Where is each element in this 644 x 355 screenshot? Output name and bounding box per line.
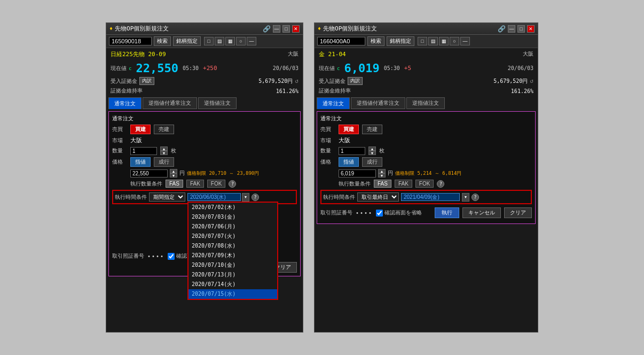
date-input-1[interactable] (187, 193, 241, 201)
date-input-2[interactable] (401, 193, 460, 201)
icon-btn-2c[interactable]: ▦ (439, 37, 449, 45)
price-range-2: 価格制限 5,214 ～ 6,814円 (395, 170, 461, 177)
help-icon-1[interactable]: ? (229, 180, 236, 188)
qty-up-2[interactable]: ▲ (368, 146, 376, 151)
naiyaku-btn-1[interactable]: 内訳 (139, 77, 154, 85)
price-input-1[interactable] (130, 169, 168, 178)
date-item-9[interactable]: 2020/07/15(水) (189, 289, 277, 299)
help-icon-time-2[interactable]: ? (472, 194, 479, 201)
date-item-3[interactable]: 2020/07/07(火) (189, 231, 277, 241)
date-item-2[interactable]: 2020/07/06(月) (189, 222, 277, 231)
qty-row-1: 数量 ▲ ▼ 枚 (112, 146, 297, 155)
restore-btn-1[interactable]: □ (282, 25, 290, 33)
qty-row-2: 数量 ▲ ▼ 枚 (320, 146, 532, 155)
confirm-skip-label-2[interactable]: 確認画面を省略 (376, 209, 422, 217)
tab1-1[interactable]: 通常注文 (108, 97, 142, 109)
exec-time-label-1: 執行時間条件 (115, 194, 147, 201)
code-input-1[interactable] (109, 37, 152, 45)
exec-btn-2[interactable]: 執行 (435, 207, 459, 218)
qty-input-2[interactable] (339, 147, 365, 155)
tab3-1[interactable]: 逆指値注文 (198, 97, 237, 109)
date-dropdown-container-1: ▼ 2020/07/02(木) 2020/07/03(金) 2020/07/06… (187, 193, 249, 202)
date-item-1[interactable]: 2020/07/03(金) (189, 212, 277, 222)
qty-down-2[interactable]: ▼ (368, 151, 376, 155)
search-btn-1[interactable]: 検索 (154, 36, 171, 46)
date-item-0[interactable]: 2020/07/02(木) (189, 203, 277, 212)
title-bar-1: ♦ 先物OP個別新規注文 🔗 — □ ✕ (106, 23, 303, 35)
tab2-1[interactable]: 逆指値付通常注文 (143, 97, 197, 109)
qty-up-1[interactable]: ▲ (160, 146, 168, 151)
help-icon-2[interactable]: ? (437, 180, 444, 188)
icon-btn-1c[interactable]: ▦ (225, 37, 235, 45)
clear-btn-2[interactable]: クリア (504, 207, 532, 218)
tab-bar-2: 通常注文 逆指値付通常注文 逆指値注文 (315, 96, 538, 109)
tab2-2[interactable]: 逆指値付通常注文 (351, 97, 405, 109)
code-input-2[interactable] (317, 37, 365, 45)
market-type-btn-1[interactable]: 成行 (154, 157, 174, 167)
link-icon-2[interactable]: 🔗 (498, 25, 506, 33)
yen-label-1: 円 (179, 169, 185, 177)
qty-input-1[interactable] (130, 147, 157, 155)
date-item-5[interactable]: 2020/07/09(木) (189, 251, 277, 260)
date-item-8[interactable]: 2020/07/14(火) (189, 280, 277, 289)
search-btn-2[interactable]: 検索 (367, 36, 384, 46)
sell-btn-2[interactable]: 売建 (362, 125, 382, 134)
refresh-icon-1[interactable]: ↺ (295, 78, 299, 84)
app-icon-2: ♦ (318, 26, 321, 32)
limit-btn-1[interactable]: 指値 (130, 157, 151, 167)
icon-btn-2e[interactable]: — (460, 37, 470, 45)
date-dropdown-btn-1[interactable]: ▼ (242, 193, 249, 202)
restore-btn-2[interactable]: □ (517, 25, 525, 33)
date-dropdown-btn-2[interactable]: ▼ (462, 193, 469, 202)
close-btn-2[interactable]: ✕ (527, 25, 535, 33)
qty-down-1[interactable]: ▼ (160, 151, 168, 155)
date-item-4[interactable]: 2020/07/08(水) (189, 241, 277, 251)
fak-btn-2[interactable]: FAK (395, 180, 412, 188)
minimize-btn-2[interactable]: — (508, 25, 515, 33)
price-down-2[interactable]: ▼ (378, 173, 386, 178)
confirm-skip-check-2[interactable] (376, 210, 383, 217)
exec-time-type-select-2[interactable]: 取引最終日 (357, 192, 399, 202)
tab3-2[interactable]: 逆指値注文 (406, 97, 445, 109)
symbol-btn-2[interactable]: 銘柄指定 (387, 36, 414, 46)
price-up-2[interactable]: ▲ (378, 169, 386, 173)
fak-btn-1[interactable]: FAK (186, 180, 204, 188)
fas-btn-1[interactable]: FAS (166, 180, 183, 188)
date-item-7[interactable]: 2020/07/13(月) (189, 270, 277, 280)
icon-btn-2b[interactable]: ▤ (428, 37, 438, 45)
fas-btn-2[interactable]: FAS (374, 180, 391, 188)
close-btn-1[interactable]: ✕ (292, 25, 300, 33)
tab1-2[interactable]: 通常注文 (317, 97, 350, 109)
icon-btn-1a[interactable]: □ (204, 37, 214, 45)
icon-btn-2d[interactable]: ○ (450, 37, 459, 45)
naiyaku-btn-2[interactable]: 内訳 (348, 77, 363, 85)
icon-btn-1b[interactable]: ▤ (215, 37, 224, 45)
price-input-2[interactable] (339, 169, 376, 178)
refresh-icon-2[interactable]: ↺ (530, 78, 533, 84)
tab-bar-1: 通常注文 逆指値付通常注文 逆指値注文 (106, 96, 303, 109)
date-item-6[interactable]: 2020/07/10(金) (189, 260, 277, 270)
help-icon-time-1[interactable]: ? (252, 194, 259, 201)
exec-time-type-select-1[interactable]: 期間指定 (149, 192, 185, 202)
market-type-btn-2[interactable]: 成行 (362, 157, 382, 167)
price-up-1[interactable]: ▲ (170, 169, 177, 173)
buy-btn-2[interactable]: 買建 (339, 125, 359, 134)
fok-btn-2[interactable]: FOK (415, 180, 434, 188)
icon-btn-2a[interactable]: □ (418, 37, 427, 45)
icon-btn-1e[interactable]: — (247, 37, 256, 45)
buy-btn-1[interactable]: 買建 (130, 125, 151, 134)
limit-btn-2[interactable]: 指値 (339, 157, 359, 167)
cancel-btn-2[interactable]: キャンセル (462, 207, 501, 218)
icon-btn-1d[interactable]: ○ (236, 37, 246, 45)
stock-header-1: 日経225先物 20-09 大阪 (106, 48, 303, 60)
confirm-skip-check-1[interactable] (168, 253, 175, 260)
link-icon-1[interactable]: 🔗 (263, 25, 271, 33)
trade-id-dots-2: •••• (356, 210, 373, 216)
ratio-label-2: 証拠金維持率 (319, 87, 351, 95)
sell-btn-1[interactable]: 売建 (154, 125, 174, 134)
fok-btn-1[interactable]: FOK (207, 180, 226, 188)
price-row-1: 現在値 c 22,550 05:30 +250 20/06/03 (106, 60, 303, 76)
minimize-btn-1[interactable]: — (273, 25, 280, 33)
symbol-btn-1[interactable]: 銘柄指定 (173, 36, 201, 46)
price-down-1[interactable]: ▼ (170, 173, 177, 178)
